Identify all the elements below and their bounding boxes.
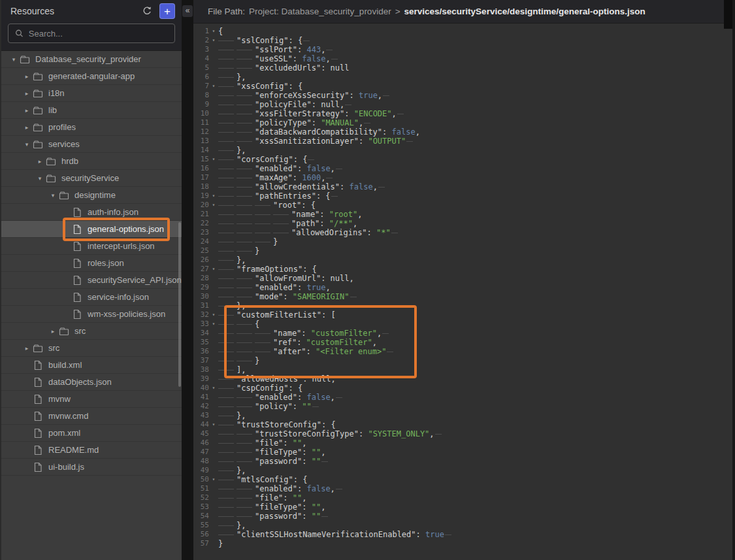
code-line-16[interactable]: 16"enabled": false, <box>193 164 735 173</box>
tree-item-roles.json[interactable]: roles.json <box>1 255 182 272</box>
add-resource-button[interactable]: + <box>159 3 175 19</box>
code-line-41[interactable]: 41"enabled": false, <box>193 393 735 402</box>
code-line-43[interactable]: 43}, <box>193 411 735 420</box>
code-line-15[interactable]: 15▾"corsConfig": { <box>193 155 735 164</box>
code-line-36[interactable]: 36"after": "<Filter enum>" <box>193 347 735 356</box>
expand-arrow-icon[interactable]: ▸ <box>21 90 33 97</box>
code-line-42[interactable]: 42"policy": "" <box>193 402 735 411</box>
tree-item-profiles[interactable]: ▸ profiles <box>1 119 182 136</box>
fold-toggle-icon[interactable]: ▾ <box>209 265 218 274</box>
code-line-57[interactable]: 57} <box>193 539 735 548</box>
fold-toggle-icon[interactable]: ▾ <box>209 320 218 329</box>
code-line-35[interactable]: 35"ref": "customFilter", <box>193 338 735 347</box>
code-line-18[interactable]: 18"allowCredentials": false, <box>193 182 735 191</box>
editor-scrollbar-track[interactable] <box>732 0 735 560</box>
code-line-55[interactable]: 55}, <box>193 521 735 530</box>
code-line-33[interactable]: 33▾{ <box>193 320 735 329</box>
code-line-38[interactable]: 38], <box>193 365 735 374</box>
fold-toggle-icon[interactable]: ▾ <box>209 201 218 210</box>
code-area[interactable]: 1▾{2▾"sslConfig": {3"sslPort": 443,4"use… <box>193 24 735 548</box>
expand-arrow-icon[interactable]: ▸ <box>47 328 59 335</box>
code-line-10[interactable]: 10"xssFilterStrategy": "ENCODE", <box>193 109 735 118</box>
fold-toggle-icon[interactable]: ▾ <box>209 384 218 393</box>
code-line-2[interactable]: 2▾"sslConfig": { <box>193 36 735 45</box>
code-line-45[interactable]: 45"trustStoreConfigType": "SYSTEM_ONLY", <box>193 429 735 438</box>
code-line-7[interactable]: 7▾"xssConfig": { <box>193 82 735 91</box>
code-line-32[interactable]: 32▾"customFilterList": [ <box>193 310 735 320</box>
code-line-51[interactable]: 51"enabled": false, <box>193 484 735 493</box>
fold-toggle-icon[interactable]: ▾ <box>209 82 218 91</box>
tree-item-designtime[interactable]: ▾ designtime <box>1 187 182 204</box>
code-line-19[interactable]: 19▾"pathEntries": { <box>193 191 735 201</box>
tree-item-pom.xml[interactable]: pom.xml <box>1 425 182 442</box>
collapse-arrow-icon[interactable]: ▾ <box>21 141 33 148</box>
collapse-arrow-icon[interactable]: ▾ <box>8 56 20 63</box>
code-line-53[interactable]: 53"fileType": "", <box>193 502 735 512</box>
tree-item-service-info.json[interactable]: service-info.json <box>1 289 182 306</box>
tree-item-generated-angular-app[interactable]: ▸ generated-angular-app <box>1 68 182 85</box>
code-line-5[interactable]: 5"excludedUrls": null <box>193 63 735 73</box>
code-line-24[interactable]: 24} <box>193 237 735 246</box>
code-line-1[interactable]: 1▾{ <box>193 27 735 36</box>
tree-item-mvnw[interactable]: mvnw <box>1 391 182 408</box>
code-line-30[interactable]: 30"mode": "SAMEORIGIN" <box>193 292 735 301</box>
fold-toggle-icon[interactable]: ▾ <box>209 475 218 484</box>
code-line-52[interactable]: 52"file": "", <box>193 493 735 502</box>
code-line-6[interactable]: 6}, <box>193 73 735 82</box>
tree-item-ui-build.js[interactable]: ui-build.js <box>1 459 182 476</box>
tree-item-securityService[interactable]: ▾ securityService <box>1 170 182 187</box>
code-line-54[interactable]: 54"password": "" <box>193 512 735 521</box>
tree-item-general-options.json[interactable]: general-options.json <box>1 221 182 238</box>
tree-item-mvnw.cmd[interactable]: mvnw.cmd <box>1 408 182 425</box>
tree-item-hrdb[interactable]: ▸ hrdb <box>1 153 182 170</box>
fold-toggle-icon[interactable]: ▾ <box>209 420 218 429</box>
code-line-29[interactable]: 29"enabled": true, <box>193 283 735 292</box>
code-line-27[interactable]: 27▾"frameOptions": { <box>193 265 735 274</box>
code-line-3[interactable]: 3"sslPort": 443, <box>193 45 735 54</box>
code-line-49[interactable]: 49}, <box>193 466 735 475</box>
code-line-13[interactable]: 13"xssSanitizationLayer": "OUTPUT" <box>193 137 735 146</box>
code-line-21[interactable]: 21"name": "root", <box>193 210 735 219</box>
fold-toggle-icon[interactable]: ▾ <box>209 27 218 36</box>
code-line-12[interactable]: 12"dataBackwardCompatibility": false, <box>193 127 735 137</box>
code-line-11[interactable]: 11"policyType": "MANUAL", <box>193 118 735 127</box>
tree-item-dataObjects.json[interactable]: dataObjects.json <box>1 374 182 391</box>
code-line-28[interactable]: 28"allowFromUrl": null, <box>193 274 735 283</box>
collapse-arrow-icon[interactable]: ▾ <box>34 175 46 182</box>
code-line-22[interactable]: 22"path": "/**", <box>193 219 735 228</box>
code-line-17[interactable]: 17"maxAge": 1600, <box>193 173 735 182</box>
tree-item-services[interactable]: ▾ services <box>1 136 182 153</box>
tree-item-i18n[interactable]: ▸ i18n <box>1 85 182 102</box>
tree-item-intercept-urls.json[interactable]: intercept-urls.json <box>1 238 182 255</box>
code-line-39[interactable]: 39"allowedHosts": null, <box>193 374 735 384</box>
expand-arrow-icon[interactable]: ▸ <box>21 107 33 114</box>
code-line-50[interactable]: 50▾"mtlsConfig": { <box>193 475 735 484</box>
code-line-47[interactable]: 47"fileType": "", <box>193 448 735 457</box>
fold-toggle-icon[interactable]: ▾ <box>209 191 218 201</box>
code-line-34[interactable]: 34"name": "customFilter", <box>193 329 735 338</box>
collapse-arrow-icon[interactable]: ▾ <box>47 192 59 199</box>
sidebar-scrollbar-thumb[interactable] <box>178 222 181 387</box>
expand-arrow-icon[interactable]: ▸ <box>21 345 33 352</box>
tree-item-securityService_API.json[interactable]: securityService_API.json <box>1 272 182 289</box>
code-line-31[interactable]: 31}, <box>193 301 735 310</box>
code-line-44[interactable]: 44▾"trustStoreConfig": { <box>193 420 735 429</box>
collapse-panel-button[interactable]: « <box>182 5 193 17</box>
code-line-20[interactable]: 20▾"root": { <box>193 201 735 210</box>
tree-item-lib[interactable]: ▸ lib <box>1 102 182 119</box>
tree-item-README.md[interactable]: README.md <box>1 442 182 459</box>
code-line-48[interactable]: 48"password": "" <box>193 457 735 466</box>
code-line-46[interactable]: 46"file": "", <box>193 438 735 448</box>
fold-toggle-icon[interactable]: ▾ <box>209 310 218 320</box>
fold-toggle-icon[interactable]: ▾ <box>209 155 218 164</box>
code-line-40[interactable]: 40▾"cspConfig": { <box>193 384 735 393</box>
tree-item-build.xml[interactable]: build.xml <box>1 357 182 374</box>
code-line-56[interactable]: 56"clientSSLHostNameVerificationEnabled"… <box>193 530 735 539</box>
tree-item-src[interactable]: ▸ src <box>1 323 182 340</box>
code-line-25[interactable]: 25} <box>193 246 735 255</box>
fold-toggle-icon[interactable]: ▾ <box>209 36 218 45</box>
tree-item-wm-xss-policies.json[interactable]: wm-xss-policies.json <box>1 306 182 323</box>
code-line-9[interactable]: 9"policyFile": null, <box>193 100 735 109</box>
expand-arrow-icon[interactable]: ▸ <box>21 124 33 131</box>
expand-arrow-icon[interactable]: ▸ <box>21 73 33 80</box>
